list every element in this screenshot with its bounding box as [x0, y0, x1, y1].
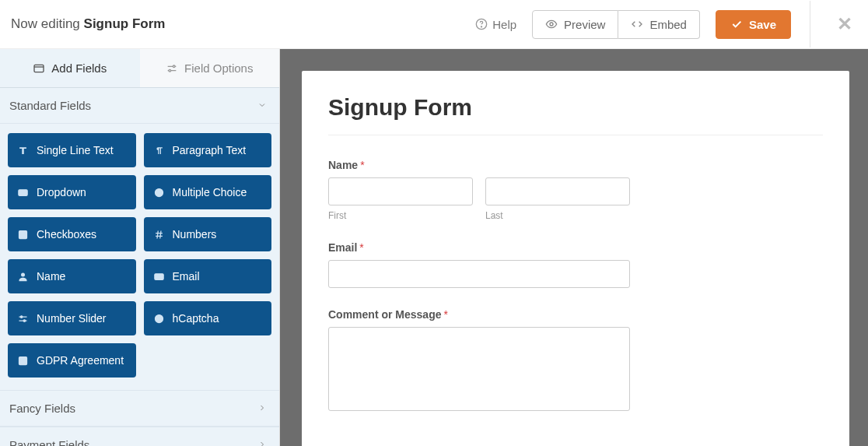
help-label: Help — [492, 18, 516, 31]
form-name: Signup Form — [84, 16, 166, 31]
section-standard-fields[interactable]: Standard Fields — [0, 88, 279, 124]
comment-label: Comment or Message* — [328, 308, 823, 321]
svg-point-8 — [157, 191, 160, 194]
divider — [810, 1, 810, 47]
required-asterisk: * — [360, 159, 364, 171]
field-email[interactable]: Email — [144, 259, 272, 293]
slider-icon — [17, 313, 29, 325]
email-label: Email* — [328, 241, 823, 254]
form-field-name[interactable]: Name* First Last — [328, 159, 823, 221]
check-icon — [730, 18, 743, 30]
field-gdpr-agreement[interactable]: GDPR Agreement — [8, 343, 136, 378]
text-icon — [17, 145, 29, 156]
sliders-icon — [166, 62, 178, 75]
required-asterisk: * — [443, 308, 447, 321]
paragraph-icon — [153, 145, 165, 156]
field-label: Dropdown — [37, 186, 86, 198]
comment-textarea[interactable] — [328, 327, 630, 411]
field-numbers[interactable]: Numbers — [144, 217, 272, 251]
tab-field-options-label: Field Options — [184, 61, 253, 75]
svg-point-15 — [159, 321, 159, 321]
svg-point-1 — [481, 26, 482, 27]
form-canvas[interactable]: Signup Form Name* First Last — [302, 71, 849, 446]
form-field-email[interactable]: Email* — [328, 241, 823, 288]
svg-point-10 — [21, 272, 25, 276]
tab-field-options[interactable]: Field Options — [140, 49, 280, 87]
field-name[interactable]: Name — [8, 259, 136, 293]
form-field-comment[interactable]: Comment or Message* — [328, 308, 823, 414]
svg-point-5 — [169, 69, 171, 72]
dropdown-icon — [17, 187, 29, 198]
first-name-input[interactable] — [328, 177, 473, 205]
preview-label: Preview — [564, 18, 605, 31]
section-fancy-label: Fancy Fields — [9, 402, 75, 415]
check-square-icon — [17, 355, 29, 367]
email-input[interactable] — [328, 260, 630, 288]
field-label: Name — [37, 270, 65, 283]
tab-add-fields[interactable]: Add Fields — [0, 49, 140, 87]
required-asterisk: * — [359, 241, 363, 254]
checkbox-icon — [17, 229, 29, 241]
field-multiple-choice[interactable]: Multiple Choice — [144, 175, 272, 209]
name-label: Name* — [328, 159, 823, 171]
field-label: Number Slider — [37, 312, 106, 325]
chevron-right-icon — [257, 438, 267, 446]
svg-point-4 — [173, 65, 175, 68]
section-fancy-fields[interactable]: Fancy Fields — [0, 390, 279, 427]
field-checkboxes[interactable]: Checkboxes — [8, 217, 136, 251]
envelope-icon — [153, 271, 165, 283]
svg-point-2 — [550, 23, 553, 26]
field-label: hCaptcha — [173, 312, 219, 325]
section-payment-label: Payment Fields — [9, 438, 89, 446]
field-label: GDPR Agreement — [37, 354, 124, 367]
sidebar-tabs: Add Fields Field Options — [0, 49, 279, 88]
field-label: Email — [173, 270, 200, 283]
sidebar: Add Fields Field Options Standard Fields… — [0, 49, 280, 446]
field-label: Paragraph Text — [173, 144, 247, 156]
canvas-wrap: Signup Form Name* First Last — [280, 49, 868, 446]
radio-icon — [153, 187, 165, 198]
embed-label: Embed — [649, 18, 687, 31]
field-paragraph-text[interactable]: Paragraph Text — [144, 133, 272, 167]
main: Add Fields Field Options Standard Fields… — [0, 49, 868, 446]
name-label-text: Name — [328, 159, 358, 171]
user-icon — [17, 271, 29, 283]
close-button[interactable]: ✕ — [837, 13, 852, 35]
svg-rect-3 — [34, 65, 44, 72]
standard-fields-grid: Single Line Text Paragraph Text Dropdown… — [0, 124, 279, 390]
comment-label-text: Comment or Message — [328, 308, 441, 321]
preview-button[interactable]: Preview — [532, 10, 618, 39]
preview-embed-group: Preview Embed — [532, 10, 700, 39]
last-sublabel: Last — [485, 210, 630, 221]
help-link[interactable]: Help — [466, 12, 526, 37]
editing-prefix: Now editing — [11, 16, 84, 31]
sidebar-body[interactable]: Standard Fields Single Line Text Paragra… — [0, 88, 279, 446]
last-name-input[interactable] — [485, 177, 630, 205]
hash-icon — [153, 229, 165, 241]
section-payment-fields[interactable]: Payment Fields — [0, 427, 279, 446]
section-standard-label: Standard Fields — [9, 99, 91, 112]
svg-point-12 — [20, 315, 23, 318]
eye-icon — [545, 18, 558, 30]
chevron-right-icon — [257, 402, 267, 415]
field-label: Single Line Text — [37, 144, 114, 156]
code-icon — [631, 18, 643, 30]
tab-add-fields-label: Add Fields — [51, 61, 107, 75]
field-single-line-text[interactable]: Single Line Text — [8, 133, 136, 167]
help-icon — [475, 18, 488, 30]
chevron-down-icon — [257, 99, 267, 112]
field-dropdown[interactable]: Dropdown — [8, 175, 136, 209]
field-label: Numbers — [173, 228, 217, 241]
field-number-slider[interactable]: Number Slider — [8, 301, 136, 335]
save-button[interactable]: Save — [716, 10, 791, 39]
fields-icon — [33, 62, 45, 75]
field-label: Checkboxes — [37, 228, 96, 241]
field-label: Multiple Choice — [173, 186, 247, 198]
first-sublabel: First — [328, 210, 473, 221]
shield-icon — [153, 313, 165, 325]
form-title[interactable]: Signup Form — [328, 94, 823, 135]
field-hcaptcha[interactable]: hCaptcha — [144, 301, 272, 335]
save-label: Save — [749, 18, 776, 31]
email-label-text: Email — [328, 241, 357, 254]
embed-button[interactable]: Embed — [618, 10, 700, 39]
